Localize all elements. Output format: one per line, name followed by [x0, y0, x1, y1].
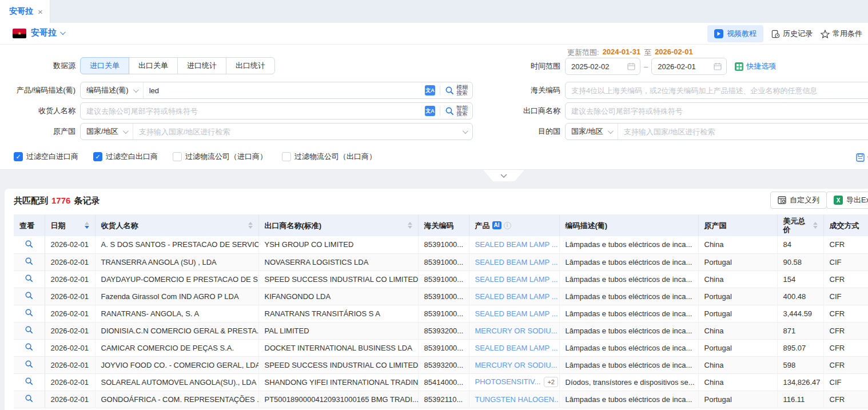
cell-desc: Lâmpadas e tubos eléctricos de inca...	[559, 270, 698, 288]
cell-consignee[interactable]: DAYDAYUP-COMERCIO E PRESTACAO DE S...	[95, 270, 258, 288]
cell-consignee[interactable]: TRANSERRA ANGOLA (SU) , LDA	[95, 253, 258, 270]
translate-icon[interactable]: 文A	[425, 85, 435, 95]
checkbox-checked-icon[interactable]: ✓	[14, 152, 23, 161]
view-detail-button[interactable]	[25, 291, 33, 300]
export-excel-button[interactable]: X 导出Excel	[826, 192, 868, 209]
cell-exporter[interactable]: YSH GROUP CO LIMITED	[258, 236, 418, 253]
product-desc-input[interactable]	[144, 82, 425, 98]
filter-checkbox-2[interactable]: 过滤物流公司（进口商）	[173, 152, 267, 162]
view-detail-button[interactable]	[25, 325, 33, 334]
view-detail-button[interactable]	[25, 240, 33, 248]
consignee-input[interactable]	[81, 103, 425, 119]
cell-exporter[interactable]: DOCKET INTERNATIONAL BUSINESS LDA	[258, 339, 418, 356]
view-detail-button[interactable]	[25, 377, 33, 385]
view-detail-button[interactable]	[25, 394, 33, 403]
destination-type-select[interactable]: 国家/地区	[566, 124, 618, 140]
sort-carets[interactable]	[85, 222, 89, 229]
column-header-1[interactable]: 日期	[45, 214, 95, 236]
datasource-option-3[interactable]: 出口统计	[226, 57, 275, 74]
datasource-option-1[interactable]: 出口关单	[129, 57, 178, 74]
exporter-label: 出口商名称	[487, 106, 565, 116]
cell-consignee[interactable]: JOYVIO FOOD CO. - COMERCIO GERAL, LDA	[95, 356, 258, 373]
smart-search-button[interactable]: 智能 搜索	[445, 105, 472, 117]
cell-consignee[interactable]: GONDOÁFRICA - COM. REPRESENTAÇÕES ...	[95, 391, 258, 408]
date-start-input[interactable]	[565, 58, 640, 75]
column-header-3[interactable]: 出口商名称(标准)	[258, 214, 418, 236]
table-row: 2026-02-01DAYDAYUP-COMERCIO E PRESTACAO …	[14, 270, 868, 288]
info-icon[interactable]: i	[504, 222, 511, 229]
view-detail-button[interactable]	[25, 257, 33, 265]
column-header-2[interactable]: 收货人名称	[95, 214, 258, 236]
hs-code-label: 海关编码	[487, 85, 565, 95]
cell-exporter[interactable]: SHANDONG YIFEI INTERNATIONAL TRADIN...	[258, 373, 418, 391]
cell-exporter[interactable]: PAL LIMITED	[258, 322, 418, 339]
country-selector[interactable]: 安哥拉	[31, 27, 64, 38]
date-start-field[interactable]	[566, 58, 627, 74]
save-conditions-button[interactable]: 保存条件	[856, 152, 868, 162]
filter-checkbox-1[interactable]: ✓过滤空白出口商	[93, 152, 158, 162]
product-link[interactable]: SEALED BEAM LAMP ...	[475, 240, 558, 249]
cell-exporter[interactable]: SPEED SUCCESS INDUSTRIAL CO LIMITED	[258, 270, 418, 288]
datasource-option-0[interactable]: 进口关单	[80, 57, 129, 74]
view-detail-button[interactable]	[25, 274, 33, 282]
video-tutorial-button[interactable]: 视频教程	[707, 25, 763, 42]
product-link[interactable]: SEALED BEAM LAMP ...	[475, 344, 558, 352]
fuzzy-search-button[interactable]: 模糊 搜索	[445, 85, 472, 96]
sort-carets[interactable]	[408, 222, 412, 229]
checkbox-unchecked-icon[interactable]	[173, 152, 182, 161]
cell-consignee[interactable]: DIONISIA.C.N COMERCIO GERAL & PRESTA...	[95, 322, 258, 339]
product-label: 产品/编码描述(葡)	[0, 85, 80, 95]
view-detail-button[interactable]	[25, 343, 33, 351]
more-products-badge[interactable]: +2	[544, 377, 558, 387]
product-link[interactable]: SEALED BEAM LAMP ...	[475, 258, 558, 266]
origin-input[interactable]	[133, 124, 463, 140]
destination-input[interactable]	[618, 124, 868, 140]
quick-options-button[interactable]: 快捷选项	[735, 61, 776, 71]
product-link[interactable]: SEALED BEAM LAMP ...	[475, 275, 558, 284]
exporter-input[interactable]	[566, 103, 868, 119]
product-link[interactable]: MERCURY OR SODIU...	[475, 327, 558, 335]
date-end-input[interactable]	[651, 58, 727, 75]
checkbox-label: 过滤物流公司（出口商）	[294, 152, 376, 162]
filter-checkbox-3[interactable]: 过滤物流公司（出口商）	[282, 152, 376, 162]
cell-consignee[interactable]: Fazenda Girassol Com IND AGRO P LDA	[95, 288, 258, 305]
cell-exporter[interactable]: PT50018900004120931000165 BMG TRADI...	[258, 391, 418, 408]
table-row: 2026-02-01SOLAREAL AUTOMOVEL ANGOLA(SU).…	[14, 373, 868, 391]
sort-carets[interactable]	[248, 222, 253, 229]
datasource-option-2[interactable]: 进口统计	[177, 57, 226, 74]
collapse-filter-button[interactable]	[483, 170, 524, 181]
customize-columns-button[interactable]: 自定义列	[770, 192, 827, 209]
translate-icon[interactable]: 文A	[425, 106, 435, 116]
cell-consignee[interactable]: A. S DOS SANTOS - PRESTACAO DE SERVIC...	[95, 236, 258, 253]
product-link[interactable]: MERCURY OR SODIU...	[475, 361, 558, 369]
cell-consignee[interactable]: RANATRANS- ANGOLA, S. A	[95, 305, 258, 322]
cell-exporter[interactable]: KIFANGONDO LDA	[258, 288, 418, 305]
view-detail-button[interactable]	[25, 308, 33, 317]
update-range-joiner: 至	[644, 47, 651, 58]
origin-type-select[interactable]: 国家/地区	[81, 124, 133, 140]
tab-close-icon[interactable]: ×	[38, 7, 43, 16]
table-row: 2026-02-01RANATRANS- ANGOLA, S. ARANATRA…	[14, 305, 868, 322]
cell-exporter[interactable]: SPEED SUCCESS INDUSTRIAL CO LIMITED	[258, 356, 418, 373]
product-link[interactable]: SEALED BEAM LAMP ...	[475, 292, 558, 301]
cell-consignee[interactable]: CAMICAR COMERCIO DE PEÇAS S.A.	[95, 339, 258, 356]
history-button[interactable]: 历史记录	[771, 29, 813, 39]
cell-consignee[interactable]: SOLAREAL AUTOMOVEL ANGOLA(SU)., LDA	[95, 373, 258, 391]
view-detail-button[interactable]	[25, 360, 33, 368]
tab-angola[interactable]: 安哥拉 ×	[0, 0, 50, 23]
cell-exporter[interactable]: RANATRANS TRANSITÁRIOS S A	[258, 305, 418, 322]
hs-code-input[interactable]	[566, 82, 868, 98]
column-label: 海关编码	[424, 221, 454, 230]
cell-exporter[interactable]: NOVASERRA LOGISTICS LDA	[258, 253, 418, 270]
product-link[interactable]: SEALED BEAM LAMP ...	[475, 309, 558, 318]
checkbox-unchecked-icon[interactable]	[282, 152, 291, 161]
product-link[interactable]: TUNGSTEN HALOGEN...	[475, 395, 560, 404]
filter-checkbox-0[interactable]: ✓过滤空白进口商	[14, 152, 78, 162]
product-link[interactable]: PHOTOSENSITIV...	[475, 377, 541, 386]
favorites-button[interactable]: 常用条件	[821, 29, 862, 39]
sort-carets[interactable]	[813, 222, 818, 229]
checkbox-checked-icon[interactable]: ✓	[93, 152, 102, 161]
date-end-field[interactable]	[652, 58, 714, 74]
column-header-8[interactable]: 美元总价	[777, 214, 823, 236]
product-field-select[interactable]: 编码描述(葡)	[81, 82, 144, 98]
